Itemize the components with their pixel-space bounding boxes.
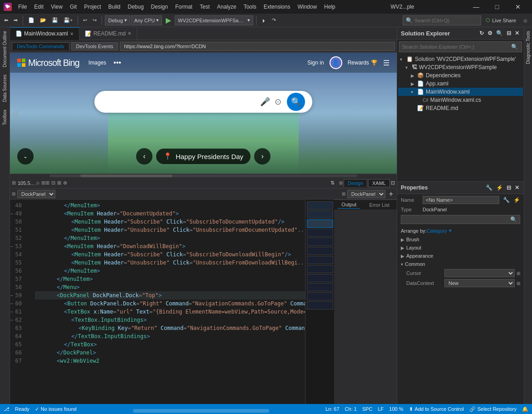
output-tab[interactable]: Output — [338, 201, 360, 209]
prop-cat-layout[interactable]: ▶ Layout — [397, 244, 524, 252]
tab-mainwindow-xaml[interactable]: 📄 MainWindow.xaml ✕ — [10, 27, 79, 40]
sidebar-data-sources[interactable]: Data Sources — [1, 73, 8, 104]
minimize-button[interactable]: — — [466, 0, 487, 14]
menu-view[interactable]: View — [47, 2, 66, 12]
add-dockpanel-button[interactable]: + — [387, 190, 395, 198]
sidebar-document-outline[interactable]: Document Outline — [1, 29, 8, 69]
diagnostic-tools-sidebar[interactable]: Diagnostic Tools — [525, 29, 532, 66]
add-to-source-control[interactable]: ⬆ Add to Source Control — [409, 406, 464, 412]
dockpanel-select-1[interactable]: DockPanel — [17, 190, 55, 198]
browser-tab-devtools-events[interactable]: DevTools Events — [71, 42, 118, 50]
config-dropdown[interactable]: Debug ▾ — [105, 15, 130, 25]
se-refresh-icon[interactable]: ↻ — [478, 29, 485, 37]
bing-search-button[interactable]: 🔍 — [287, 93, 305, 111]
project-dropdown[interactable]: WV2CDPExtensionWPFSample ▾ — [175, 15, 253, 25]
browser-tab-devtools-commands[interactable]: DevTools Commands — [12, 42, 69, 50]
menu-analyze[interactable]: Analyze — [213, 2, 240, 12]
url-bar[interactable] — [120, 42, 395, 51]
line-53-collapse[interactable]: − — [10, 242, 14, 250]
line-49-collapse[interactable]: − — [10, 209, 14, 218]
dockpanel-select-2[interactable]: DockPanel — [347, 190, 385, 198]
bing-signin-button[interactable]: Sign in — [307, 60, 324, 66]
prop-name-lightning-icon[interactable]: ⚡ — [513, 197, 520, 203]
se-search-submit-icon[interactable]: 🔍 — [510, 43, 519, 51]
menu-test[interactable]: Test — [196, 2, 213, 12]
prev-image-button[interactable]: ‹ — [136, 148, 153, 165]
snap-icon[interactable]: ⊟ — [51, 180, 55, 186]
menu-file[interactable]: File — [15, 2, 30, 12]
debug-toolbar-btn[interactable]: ⏵ — [259, 16, 269, 25]
menu-format[interactable]: Format — [172, 2, 196, 12]
prop-cursor-expand-icon[interactable]: ⊞ — [517, 271, 520, 276]
se-settings-icon[interactable]: ⚙ — [487, 29, 493, 37]
bing-avatar[interactable]: 👤 — [330, 56, 342, 69]
prop-name-input[interactable] — [423, 196, 499, 204]
se-dock-icon[interactable]: ⊟ — [506, 29, 512, 37]
menu-window[interactable]: Window — [294, 2, 320, 12]
liveshare-button[interactable]: ⬡ Live Share — [482, 16, 520, 24]
se-node-project[interactable]: ▾ 🏗 WV2CDPExtensionWPFSample — [398, 63, 523, 71]
line-59-collapse[interactable]: − — [10, 291, 14, 299]
select-repository[interactable]: 🔗 Select Repository — [469, 406, 517, 412]
line-60-collapse[interactable]: − — [10, 299, 14, 308]
new-project-button[interactable]: 📄 — [26, 16, 37, 25]
line-61-collapse[interactable]: − — [10, 308, 14, 316]
prop-cat-common[interactable]: ▾ Common — [397, 260, 524, 268]
prop-dock-icon[interactable]: ⊟ — [506, 184, 512, 192]
fit-icon[interactable]: ⊠ — [57, 180, 61, 186]
horizontal-scrollbar[interactable] — [10, 174, 397, 178]
menu-help[interactable]: Help — [320, 2, 339, 12]
prop-cat-appearance[interactable]: ▶ Appearance — [397, 252, 524, 260]
scroll-indicator[interactable] — [133, 409, 269, 413]
scrollbar-thumb[interactable] — [80, 175, 173, 177]
se-search-icon-btn[interactable]: 🔍 — [495, 29, 504, 37]
next-image-button[interactable]: › — [254, 148, 271, 165]
grid-view-icon[interactable]: ⊞⊞ — [41, 180, 49, 186]
redo-button[interactable]: ↪ — [90, 16, 99, 25]
undo-button[interactable]: ↩ — [81, 16, 89, 25]
se-node-dependencies[interactable]: ▶ 📦 Dependencies — [398, 71, 523, 80]
save-all-button[interactable]: 💾+ — [61, 16, 75, 25]
se-node-appxaml[interactable]: ▶ 📄 App.xaml — [398, 80, 523, 88]
bing-mic-icon[interactable]: 🎤 — [260, 97, 270, 107]
tab-readme-close[interactable]: ✕ — [128, 31, 131, 36]
se-node-mainwindow[interactable]: ▾ 📄 MainWindow.xaml — [398, 88, 523, 96]
prop-name-wrench-icon[interactable]: 🔧 — [503, 197, 510, 203]
menu-extensions[interactable]: Extensions — [260, 2, 294, 12]
step-over-btn[interactable]: ↷ — [270, 16, 278, 25]
menu-edit[interactable]: Edit — [30, 2, 47, 12]
forward-button[interactable]: ➡ — [11, 16, 20, 25]
menu-git[interactable]: Git — [66, 2, 80, 12]
sidebar-toolbox[interactable]: Toolbox — [1, 108, 8, 127]
prop-search-input[interactable] — [404, 217, 510, 222]
no-issues-indicator[interactable]: ✓ No issues found — [35, 406, 77, 412]
git-icon[interactable]: ⎇ — [4, 406, 10, 412]
se-node-solution[interactable]: ▾ 📋 Solution 'WV2CDPExtensionWPFSample' — [398, 55, 523, 63]
design-button[interactable]: Design — [344, 179, 367, 187]
prop-wrench-icon[interactable]: 🔧 — [485, 184, 493, 192]
line-62-collapse[interactable]: − — [10, 316, 14, 324]
arrange-dropdown[interactable]: Category ▾ — [427, 228, 452, 234]
tab-readme[interactable]: 📝 README.md ✕ — [79, 27, 137, 40]
close-button[interactable]: ✕ — [507, 0, 528, 14]
open-button[interactable]: 📂 — [38, 16, 49, 25]
maximize-button[interactable]: □ — [487, 0, 507, 14]
zoom-in-icon[interactable]: ⊕ — [63, 180, 67, 186]
bing-nav-more[interactable]: ••• — [113, 59, 121, 67]
se-node-readme[interactable]: 📝 README.md — [398, 104, 523, 112]
se-search-input[interactable] — [402, 44, 508, 50]
menu-design[interactable]: Design — [148, 2, 172, 12]
menu-tools[interactable]: Tools — [240, 2, 260, 12]
design-toggle[interactable]: ⇅ — [328, 179, 337, 187]
save-button[interactable]: 💾 — [49, 16, 60, 25]
prop-cursor-select[interactable] — [444, 269, 515, 277]
expand-editor-icon[interactable]: ⊡ — [391, 180, 395, 186]
notification-bell[interactable]: 🔔 — [522, 406, 528, 412]
bing-camera-icon[interactable]: ⊙ — [275, 97, 281, 107]
prop-lightning-icon[interactable]: ⚡ — [495, 184, 504, 192]
back-button[interactable]: ⬅ — [2, 16, 10, 25]
prop-cat-brush[interactable]: ▶ Brush — [397, 235, 524, 244]
se-node-mainwindow-cs[interactable]: C# MainWindow.xaml.cs — [398, 96, 523, 104]
bing-nav-images[interactable]: Images — [89, 60, 106, 66]
xaml-button[interactable]: XAML — [368, 179, 390, 187]
